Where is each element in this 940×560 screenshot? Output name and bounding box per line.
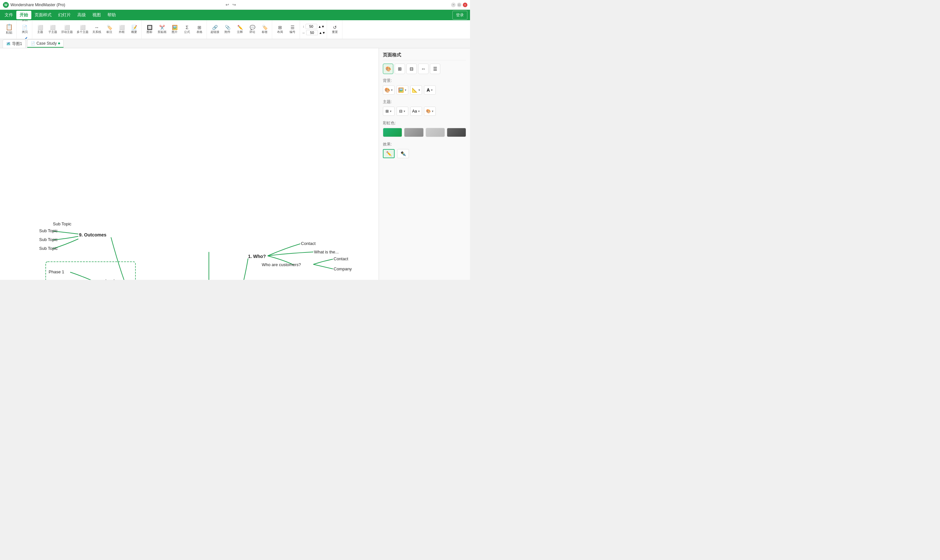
size-input-2[interactable] — [306, 30, 318, 35]
login-btn[interactable]: 登录 — [452, 11, 467, 20]
theme-font-arrow[interactable]: ▼ — [418, 110, 420, 113]
size-arrows-1[interactable]: ▲▼ — [318, 25, 325, 28]
summary-btn[interactable]: 📝 概要 — [128, 24, 140, 35]
tab-map1[interactable]: 🗺️ 导图1 — [3, 40, 26, 48]
attachment-btn[interactable]: 📎 附件 — [222, 24, 233, 35]
paste-btn[interactable]: 📋 粘贴 — [3, 23, 15, 36]
menu-help[interactable]: 帮助 — [104, 11, 119, 19]
image-btn[interactable]: 🖼️ 图片 — [169, 24, 180, 35]
hyperlink-btn[interactable]: 🔗 超链接 — [209, 24, 221, 35]
toolbar-link-group: 🔗 超链接 📎 附件 ✏️ 注释 💬 评论 🏷️ 标签 — [208, 20, 272, 39]
icon-tool-btn[interactable]: 🔲 图标 — [143, 24, 156, 35]
copy-btn[interactable]: 📄 拷贝 — [20, 24, 29, 35]
size-arrows-2[interactable]: ▲▼ — [319, 31, 325, 35]
bg-btn-grid[interactable]: 📐 ▼ — [410, 85, 422, 95]
panel-icon-layout2[interactable]: ⊟ — [406, 64, 417, 74]
bg-btn-color[interactable]: 🎨 ▼ — [383, 85, 394, 95]
formula-btn[interactable]: Σ 公式 — [181, 24, 193, 35]
format-btn[interactable]: 🖌️ 格式刷 — [18, 36, 31, 39]
marker-btn[interactable]: 🏷️ 标注 — [103, 24, 115, 35]
menu-start[interactable]: 开始 — [16, 11, 31, 19]
subtopic-label: 子主题 — [48, 30, 57, 34]
label-who[interactable]: 1. Who? — [248, 254, 266, 259]
relation-icon: ↔ — [95, 25, 99, 30]
theme-btn-style[interactable]: ⊟ ▼ — [396, 107, 408, 116]
reset-btn[interactable]: ↺ 重置 — [329, 24, 341, 35]
label-subtopic1[interactable]: Sub Topic — [39, 228, 58, 233]
multi-topic-btn[interactable]: ⬜ 多个主题 — [75, 24, 90, 35]
tab-case-study[interactable]: 📄 Case Study — [27, 40, 64, 48]
size-input-1[interactable] — [305, 24, 317, 29]
topic-btn[interactable]: ⬜ 主题 — [34, 24, 46, 35]
theme-layout-arrow[interactable]: ▼ — [389, 110, 392, 113]
subtopic-btn[interactable]: ⬜ 子主题 — [47, 24, 59, 35]
tag-btn[interactable]: 🏷️ 标签 — [259, 24, 271, 35]
size-label-1: ↕ — [303, 25, 305, 28]
redo-btn[interactable]: ↪ — [231, 2, 237, 8]
undo-btn[interactable]: ↩ — [224, 2, 231, 8]
tab-dot — [58, 42, 60, 45]
float-topic-btn[interactable]: ⬜ 浮动主题 — [59, 24, 74, 35]
bg-text-arrow[interactable]: ▼ — [430, 89, 433, 92]
bg-dropdown-arrow[interactable]: ▼ — [391, 89, 393, 92]
menu-file[interactable]: 文件 — [1, 11, 16, 19]
panel-rainbow-grid — [383, 128, 466, 137]
table-btn[interactable]: ⊞ 表格 — [194, 24, 205, 35]
swatch-gray1[interactable] — [404, 128, 423, 137]
theme-btn-color[interactable]: 🎨 ▼ — [424, 107, 436, 116]
menu-view[interactable]: 视图 — [89, 11, 104, 19]
theme-btn-font[interactable]: Aa ▼ — [410, 107, 422, 116]
app-logo: W — [3, 2, 9, 8]
swatch-green[interactable] — [383, 128, 402, 137]
clip-btn[interactable]: ✂️ 剪贴画 — [156, 24, 168, 35]
panel-icon-layout1[interactable]: ⊞ — [394, 64, 405, 74]
win-close[interactable]: × — [463, 3, 467, 7]
label-customers[interactable]: Who are customers? — [262, 262, 301, 267]
bg-btn-image[interactable]: 🖼️ ▼ — [396, 85, 408, 95]
icon-tool-label: 图标 — [146, 30, 153, 34]
bg-img-arrow[interactable]: ▼ — [404, 89, 407, 92]
theme-color-arrow[interactable]: ▼ — [431, 110, 434, 113]
theme-style-arrow[interactable]: ▼ — [403, 110, 406, 113]
swatch-gray2[interactable] — [425, 128, 445, 137]
relation-btn[interactable]: ↔ 关系线 — [91, 24, 103, 35]
panel-background-section: 背景: 🎨 ▼ 🖼️ ▼ 📐 ▼ A ▼ — [383, 78, 466, 95]
win-maximize[interactable]: □ — [457, 3, 462, 7]
canvas[interactable]: .branch-text { font-family: Arial, sans-… — [0, 48, 379, 280]
menu-advanced[interactable]: 高级 — [74, 11, 89, 19]
effect-btn-pencil[interactable]: ✏️ — [383, 149, 394, 158]
menu-slideshow[interactable]: 幻灯片 — [55, 11, 74, 19]
label-subtopic2[interactable]: Sub Topic — [39, 237, 58, 242]
panel-title: 页面格式 — [383, 52, 466, 60]
label-contact2[interactable]: Contact — [334, 256, 348, 261]
label-outcomes[interactable]: 9. Outcomes — [79, 232, 106, 237]
theme-btn-layout[interactable]: ⊞ ▼ — [383, 107, 394, 116]
label-contact1[interactable]: Contact — [301, 241, 316, 246]
panel-theme-section: 主题: ⊞ ▼ ⊟ ▼ Aa ▼ 🎨 ▼ — [383, 99, 466, 116]
label-action-phase1[interactable]: Phase 1 — [49, 269, 64, 274]
label-action[interactable]: 8. Action item — [93, 279, 123, 280]
panel-icon-palette[interactable]: 🎨 — [383, 64, 393, 74]
marker-label: 标注 — [106, 30, 112, 34]
panel-icon-align[interactable]: ↔ — [418, 64, 428, 74]
panel-icon-list[interactable]: ☰ — [430, 64, 440, 74]
cut-btn[interactable]: ✂️ 剪切 — [20, 20, 29, 23]
label-subtopicx[interactable]: Sub Topic — [53, 222, 71, 226]
layout-btn[interactable]: ⊞ 布局 — [274, 24, 286, 35]
label-subtopic3[interactable]: Sub Topic — [39, 246, 58, 251]
numbering-btn[interactable]: ☰ 编号 — [287, 24, 298, 35]
review-btn[interactable]: 💬 评论 — [247, 24, 258, 35]
effect-btn-pen[interactable]: ✒️ — [397, 149, 409, 158]
label-what[interactable]: What is the... — [314, 249, 339, 254]
bg-grid-arrow[interactable]: ▼ — [418, 89, 421, 92]
label-company[interactable]: Company — [334, 266, 352, 271]
swatch-dark[interactable] — [447, 128, 466, 137]
line-action-p1 — [70, 272, 92, 280]
bg-btn-text[interactable]: A ▼ — [424, 85, 436, 95]
panel-effects-section: 效果: ✏️ ✒️ — [383, 142, 466, 158]
border-btn[interactable]: ⬜ 外框 — [116, 24, 128, 35]
menu-page-style[interactable]: 页面样式 — [31, 11, 55, 19]
win-minimize[interactable]: － — [451, 3, 456, 7]
reset-label: 重置 — [332, 30, 338, 34]
comment-btn[interactable]: ✏️ 注释 — [234, 24, 246, 35]
